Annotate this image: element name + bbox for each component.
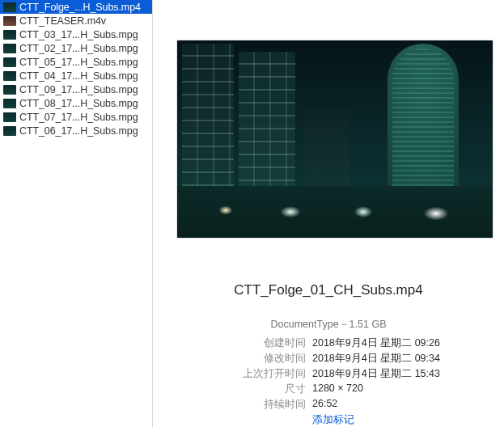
meta-value: 26:52 <box>312 398 440 412</box>
file-thumb-icon <box>3 2 16 12</box>
meta-value: 2018年9月4日 星期二 15:43 <box>312 367 440 381</box>
file-list: CTT_Folge_...H_Subs.mp4CTT_TEASER.m4vCTT… <box>0 0 153 427</box>
file-label: CTT_03_17...H_Subs.mpg <box>19 29 138 40</box>
file-thumb-icon <box>3 112 16 122</box>
preview-doc-type: DocumentType－1.51 GB <box>271 318 387 332</box>
meta-key: 尺寸 <box>217 383 306 396</box>
file-thumb-icon <box>3 57 16 67</box>
file-thumb-icon <box>3 85 16 95</box>
file-label: CTT_08_17...H_Subs.mpg <box>19 98 138 109</box>
meta-value: 2018年9月4日 星期二 09:26 <box>312 336 440 350</box>
file-row[interactable]: CTT_03_17...H_Subs.mpg <box>0 27 152 41</box>
file-row[interactable]: CTT_08_17...H_Subs.mpg <box>0 96 152 110</box>
file-label: CTT_07_17...H_Subs.mpg <box>19 112 138 123</box>
file-label: CTT_06_17...H_Subs.mpg <box>19 125 138 137</box>
file-label: CTT_04_17...H_Subs.mpg <box>19 70 138 82</box>
meta-value: 1280 × 720 <box>312 383 440 396</box>
file-label: CTT_TEASER.m4v <box>19 15 106 27</box>
file-row[interactable]: CTT_09_17...H_Subs.mpg <box>0 82 152 96</box>
preview-metadata: 创建时间2018年9月4日 星期二 09:26修改时间2018年9月4日 星期二… <box>217 336 440 427</box>
meta-key: 创建时间 <box>217 336 306 350</box>
file-row[interactable]: CTT_Folge_...H_Subs.mp4 <box>0 0 152 14</box>
add-tags-link[interactable]: 添加标记 <box>312 413 440 427</box>
file-thumb-icon <box>3 71 16 81</box>
file-thumb-icon <box>3 99 16 108</box>
file-row[interactable]: CTT_05_17...H_Subs.mpg <box>0 55 152 69</box>
preview-thumbnail[interactable] <box>176 40 493 239</box>
file-thumb-icon <box>3 16 16 26</box>
preview-filename: CTT_Folge_01_CH_Subs.mp4 <box>234 282 422 298</box>
file-row[interactable]: CTT_TEASER.m4v <box>0 14 152 27</box>
file-label: CTT_09_17...H_Subs.mpg <box>19 84 138 95</box>
finder-column-view: CTT_Folge_...H_Subs.mp4CTT_TEASER.m4vCTT… <box>0 0 504 427</box>
file-label: CTT_05_17...H_Subs.mpg <box>19 57 138 68</box>
preview-pane: CTT_Folge_01_CH_Subs.mp4 DocumentType－1.… <box>153 0 504 427</box>
file-thumb-icon <box>3 30 16 40</box>
file-row[interactable]: CTT_07_17...H_Subs.mpg <box>0 110 152 124</box>
file-row[interactable]: CTT_04_17...H_Subs.mpg <box>0 69 152 82</box>
meta-key: 持续时间 <box>217 398 306 412</box>
file-label: CTT_02_17...H_Subs.mpg <box>19 43 138 54</box>
file-label: CTT_Folge_...H_Subs.mp4 <box>19 2 141 13</box>
file-thumb-icon <box>3 44 16 53</box>
file-thumb-icon <box>3 126 16 136</box>
meta-key: 上次打开时间 <box>217 367 306 381</box>
file-row[interactable]: CTT_06_17...H_Subs.mpg <box>0 124 152 137</box>
meta-value: 2018年9月4日 星期二 09:34 <box>312 352 440 366</box>
file-row[interactable]: CTT_02_17...H_Subs.mpg <box>0 41 152 55</box>
meta-key: 修改时间 <box>217 352 306 366</box>
